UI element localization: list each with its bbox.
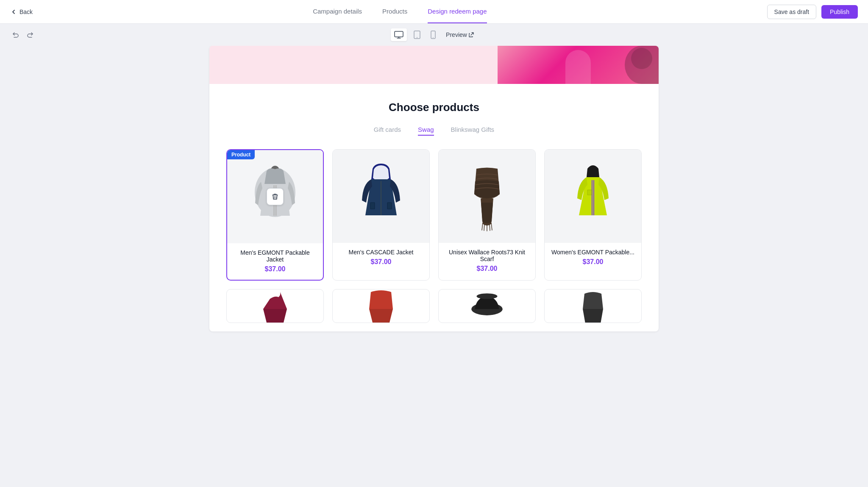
mobile-icon (431, 31, 436, 39)
nav-actions: Save as draft Publish (767, 5, 858, 19)
product-card-1[interactable]: Product (226, 149, 324, 281)
preview-button[interactable]: Preview (442, 30, 477, 40)
product-card-4[interactable]: Women's EGMONT Packable... $37.00 (544, 149, 642, 281)
product-price-3: $37.00 (444, 265, 530, 273)
partial-jacket-maroon-svg (256, 289, 294, 323)
tab-blinkswag-gifts[interactable]: Blinkswag Gifts (451, 124, 495, 136)
partial-product-4[interactable] (544, 289, 642, 323)
partial-hat-svg (468, 289, 506, 323)
top-navigation: Back Campaign details Products Design re… (0, 0, 868, 24)
svg-rect-0 (395, 31, 403, 37)
tablet-icon (414, 31, 420, 39)
products-title: Choose products (226, 101, 642, 114)
chevron-left-icon (10, 8, 17, 15)
svg-point-8 (476, 293, 497, 299)
product-price-1: $37.00 (232, 265, 318, 273)
external-link-icon (469, 32, 474, 37)
redo-button[interactable] (25, 29, 36, 40)
desktop-view-button[interactable] (391, 28, 407, 41)
hero-section (209, 46, 659, 84)
products-grid-bottom (226, 289, 642, 323)
tab-swag[interactable]: Swag (418, 124, 434, 136)
product-image-4 (545, 150, 641, 243)
editor-toolbar: Preview (0, 24, 868, 46)
partial-product-3[interactable] (438, 289, 536, 323)
tablet-view-button[interactable] (410, 28, 424, 42)
product-name-1: Men's EGMONT Packable Jacket (232, 249, 318, 263)
product-price-2: $37.00 (338, 258, 424, 266)
product-jacket-navy-svg (353, 160, 409, 232)
product-image-1 (227, 150, 323, 243)
svg-point-4 (433, 37, 434, 38)
main-content-area: Choose products Gift cards Swag Blinkswa… (0, 46, 868, 348)
save-draft-button[interactable]: Save as draft (767, 5, 817, 19)
svg-point-6 (271, 166, 279, 174)
products-grid: Product (226, 149, 642, 281)
product-name-2: Men's CASCADE Jacket (338, 249, 424, 256)
trash-icon (272, 193, 278, 200)
product-info-4: Women's EGMONT Packable... $37.00 (545, 243, 641, 273)
partial-jacket-red-svg (362, 289, 400, 323)
product-name-3: Unisex Wallace Roots73 Knit Scarf (444, 249, 530, 262)
mobile-view-button[interactable] (427, 28, 439, 42)
product-image-3 (439, 150, 535, 243)
product-name-4: Women's EGMONT Packable... (550, 249, 636, 256)
product-card-3[interactable]: Unisex Wallace Roots73 Knit Scarf $37.00 (438, 149, 536, 281)
back-label: Back (19, 8, 33, 15)
partial-product-1[interactable] (226, 289, 324, 323)
product-info-1: Men's EGMONT Packable Jacket $37.00 (227, 243, 323, 280)
product-scarf-svg (466, 160, 508, 232)
design-canvas: Choose products Gift cards Swag Blinkswa… (209, 46, 659, 331)
tab-campaign-details[interactable]: Campaign details (313, 0, 362, 23)
publish-button[interactable]: Publish (821, 5, 858, 19)
category-tabs: Gift cards Swag Blinkswag Gifts (226, 124, 642, 136)
desktop-icon (394, 31, 403, 39)
product-card-2[interactable]: Men's CASCADE Jacket $37.00 (332, 149, 430, 281)
tab-design-redeem[interactable]: Design redeem page (428, 0, 487, 23)
product-price-4: $37.00 (550, 258, 636, 266)
redo-icon (26, 31, 34, 39)
partial-jacket-dark-svg (574, 289, 612, 323)
preview-label: Preview (446, 31, 467, 38)
undo-redo-controls (10, 29, 36, 40)
partial-product-2[interactable] (332, 289, 430, 323)
products-section: Choose products Gift cards Swag Blinkswa… (209, 84, 659, 331)
tab-gift-cards[interactable]: Gift cards (374, 124, 401, 136)
product-badge: Product (227, 150, 255, 159)
product-info-3: Unisex Wallace Roots73 Knit Scarf $37.00 (439, 243, 535, 279)
back-button[interactable]: Back (10, 8, 33, 15)
view-controls: Preview (391, 28, 477, 42)
product-image-2 (333, 150, 429, 243)
tab-products[interactable]: Products (382, 0, 407, 23)
product-jacket-lime-svg (565, 160, 620, 232)
svg-point-2 (417, 37, 417, 38)
delete-product-1-button[interactable] (267, 188, 284, 205)
undo-icon (12, 31, 19, 39)
product-info-2: Men's CASCADE Jacket $37.00 (333, 243, 429, 273)
nav-tabs: Campaign details Products Design redeem … (313, 0, 487, 23)
undo-button[interactable] (10, 29, 21, 40)
